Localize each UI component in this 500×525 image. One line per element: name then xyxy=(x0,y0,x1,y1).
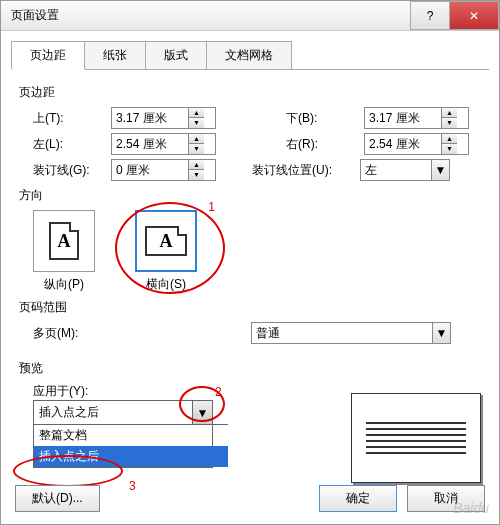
annotation-1: 1 xyxy=(208,200,215,214)
portrait-icon: A xyxy=(49,222,79,260)
gutter-input[interactable] xyxy=(112,163,188,177)
tab-grid[interactable]: 文档网格 xyxy=(206,41,292,70)
multipage-label: 多页(M): xyxy=(33,325,111,342)
apply-to-option-whole[interactable]: 整篇文档 xyxy=(34,425,228,446)
orientation-portrait[interactable]: A 纵向(P) xyxy=(33,210,95,293)
bottom-spinner[interactable]: ▲▼ xyxy=(364,107,469,129)
multipage-combo[interactable]: 普通 ▼ xyxy=(251,322,451,344)
gutter-pos-label: 装订线位置(U): xyxy=(252,162,360,179)
landscape-label: 横向(S) xyxy=(135,276,197,293)
left-label: 左(L): xyxy=(33,136,111,153)
gutter-pos-value: 左 xyxy=(361,160,431,180)
annotation-2: 2 xyxy=(215,385,222,399)
tab-layout[interactable]: 版式 xyxy=(145,41,207,70)
multipage-value: 普通 xyxy=(252,323,432,343)
apply-to-option-after[interactable]: 插入点之后 xyxy=(34,446,228,467)
preview-thumbnail xyxy=(351,393,481,483)
bottom-label: 下(B): xyxy=(286,110,364,127)
top-spinner[interactable]: ▲▼ xyxy=(111,107,216,129)
chevron-down-icon[interactable]: ▼ xyxy=(192,401,212,424)
right-spinner[interactable]: ▲▼ xyxy=(364,133,469,155)
tab-paper[interactable]: 纸张 xyxy=(84,41,146,70)
apply-to-value: 插入点之后 xyxy=(34,401,192,424)
ok-button[interactable]: 确定 xyxy=(319,485,397,512)
help-button[interactable]: ? xyxy=(410,1,450,30)
button-bar: 默认(D)... 确定 取消 xyxy=(15,485,485,512)
spin-down-icon[interactable]: ▼ xyxy=(189,118,204,128)
gutter-label: 装订线(G): xyxy=(33,162,111,179)
top-label: 上(T): xyxy=(33,110,111,127)
spin-up-icon[interactable]: ▲ xyxy=(189,108,204,118)
close-icon: ✕ xyxy=(469,9,479,23)
titlebar: 页面设置 ? ✕ xyxy=(1,1,499,31)
preview-section-label: 预览 xyxy=(19,360,481,377)
close-button[interactable]: ✕ xyxy=(449,1,499,30)
bottom-input[interactable] xyxy=(365,111,441,125)
gutter-spinner[interactable]: ▲▼ xyxy=(111,159,216,181)
apply-to-listbox: 整篇文档 插入点之后 xyxy=(34,424,228,467)
chevron-down-icon[interactable]: ▼ xyxy=(431,160,449,180)
tab-margins[interactable]: 页边距 xyxy=(11,41,85,70)
help-icon: ? xyxy=(427,9,434,23)
chevron-down-icon[interactable]: ▼ xyxy=(432,323,450,343)
right-label: 右(R): xyxy=(286,136,364,153)
left-input[interactable] xyxy=(112,137,188,151)
pages-section-label: 页码范围 xyxy=(19,299,481,316)
default-button[interactable]: 默认(D)... xyxy=(15,485,100,512)
apply-to-label: 应用于(Y): xyxy=(33,383,219,400)
content-area: 页边距 上(T): ▲▼ 下(B): ▲▼ 左(L): xyxy=(1,70,499,491)
apply-to-combo[interactable]: 插入点之后 ▼ 整篇文档 插入点之后 xyxy=(33,400,213,468)
right-input[interactable] xyxy=(365,137,441,151)
tab-strip: 页边距 纸张 版式 文档网格 xyxy=(11,41,489,70)
left-spinner[interactable]: ▲▼ xyxy=(111,133,216,155)
gutter-pos-combo[interactable]: 左 ▼ xyxy=(360,159,450,181)
page-setup-dialog: 页面设置 ? ✕ 页边距 纸张 版式 文档网格 页边距 上(T): ▲▼ 下(B… xyxy=(0,0,500,525)
portrait-label: 纵向(P) xyxy=(33,276,95,293)
top-input[interactable] xyxy=(112,111,188,125)
dialog-title: 页面设置 xyxy=(11,7,411,24)
cancel-button[interactable]: 取消 xyxy=(407,485,485,512)
orientation-landscape[interactable]: A 横向(S) 1 xyxy=(135,210,197,293)
margins-section-label: 页边距 xyxy=(19,84,481,101)
orientation-section-label: 方向 xyxy=(19,187,481,204)
landscape-icon: A xyxy=(145,226,187,256)
